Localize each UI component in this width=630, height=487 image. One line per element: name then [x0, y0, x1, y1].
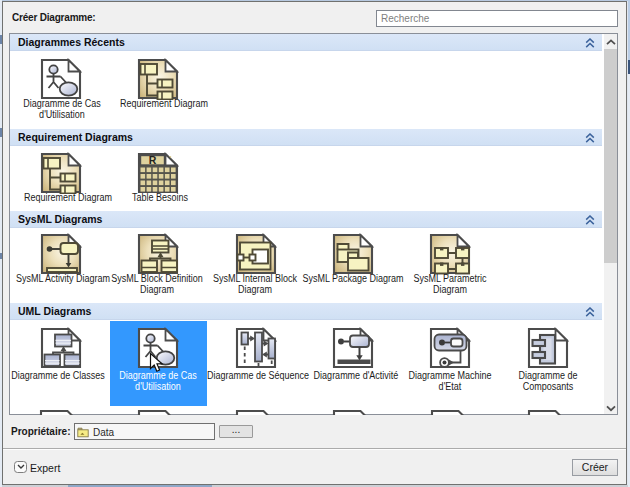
svg-text:R: R	[149, 154, 157, 166]
